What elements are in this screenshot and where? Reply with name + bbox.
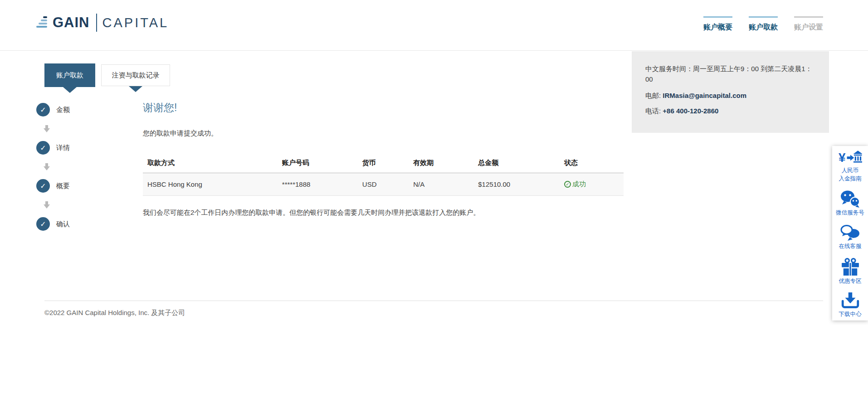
step-complete-check-icon: ✓ bbox=[36, 103, 50, 116]
step-complete-check-icon: ✓ bbox=[36, 217, 50, 231]
step-complete-check-icon: ✓ bbox=[36, 179, 50, 193]
success-message: 您的取款申请提交成功。 bbox=[143, 129, 624, 138]
tab-account-withdrawal[interactable]: 账户取款 bbox=[44, 63, 95, 87]
cell-expiry: N/A bbox=[409, 180, 473, 188]
col-header-expiry: 有效期 bbox=[409, 159, 473, 167]
step-arrow-down-icon bbox=[40, 125, 54, 132]
email-label: 电邮: bbox=[645, 92, 661, 99]
rmb-deposit-guide-icon: ¥ bbox=[839, 150, 862, 166]
quick-link-wechat-service[interactable]: 微信服务号 bbox=[836, 190, 864, 216]
cell-status: ✓ 成功 bbox=[560, 180, 624, 189]
service-info-box: 中文服务时间：周一至周五上午9：00 到第二天凌晨1：00 电邮: IRMasi… bbox=[632, 51, 829, 133]
quick-links-panel: ¥ 人民币 入金指南 bbox=[832, 146, 868, 320]
table-header-row: 取款方式 账户号码 货币 有效期 总金额 状态 bbox=[143, 153, 624, 173]
nav-account-withdrawal[interactable]: 账户取款 bbox=[749, 16, 778, 32]
service-hours-text: 中文服务时间：周一至周五上午9：00 到第二天凌晨1：00 bbox=[645, 63, 815, 85]
success-check-icon: ✓ bbox=[564, 181, 571, 188]
processing-note: 我们会尽可能在2个工作日内办理您的取款申请。但您的银行可能会需要几天时间办理并把… bbox=[143, 209, 624, 217]
withdrawal-table: 取款方式 账户号码 货币 有效期 总金额 状态 HSBC Hong Kong *… bbox=[143, 153, 624, 196]
col-header-method: 取款方式 bbox=[143, 159, 278, 167]
footer-divider bbox=[44, 301, 823, 301]
page: GAIN CAPITAL 账户概要 账户取款 账户设置 账户取款 注资与取款记录… bbox=[0, 0, 868, 398]
promotions-icon bbox=[841, 257, 860, 277]
table-row: HSBC Hong Kong *****1888 USD N/A $12510.… bbox=[143, 173, 624, 196]
cell-currency: USD bbox=[358, 180, 409, 188]
col-header-account: 账户号码 bbox=[278, 159, 358, 167]
email-link[interactable]: IRMasia@gaincapital.com bbox=[663, 92, 746, 99]
quick-link-promotions[interactable]: 优惠专区 bbox=[839, 257, 862, 285]
top-nav: 账户概要 账户取款 账户设置 bbox=[703, 16, 823, 32]
download-center-icon bbox=[841, 292, 860, 310]
logo-text-gain: GAIN bbox=[53, 15, 90, 31]
phone-number: +86 400-120-2860 bbox=[663, 107, 718, 115]
col-header-status: 状态 bbox=[560, 159, 624, 167]
cell-method: HSBC Hong Kong bbox=[143, 180, 278, 188]
tab-funding-withdrawal-history[interactable]: 注资与取款记录 bbox=[101, 64, 170, 86]
service-phone-line: 电话: +86 400-120-2860 bbox=[645, 107, 815, 116]
step-arrow-down-icon bbox=[40, 163, 54, 170]
svg-text:¥: ¥ bbox=[839, 150, 846, 165]
footer-copyright: ©2022 GAIN Capital Holdings, Inc. 及其子公司 bbox=[44, 309, 185, 317]
quick-link-online-support[interactable]: 在线客服 bbox=[839, 224, 862, 250]
step-amount: ✓ 金额 bbox=[36, 103, 109, 116]
quick-link-rmb-deposit-guide[interactable]: ¥ 人民币 入金指南 bbox=[839, 150, 862, 183]
wechat-service-icon bbox=[840, 190, 861, 208]
step-arrow-down-icon bbox=[40, 201, 54, 209]
step-summary: ✓ 概要 bbox=[36, 179, 109, 193]
logo-text-capital: CAPITAL bbox=[102, 15, 169, 30]
phone-label: 电话: bbox=[645, 107, 661, 115]
gain-capital-logo[interactable]: GAIN CAPITAL bbox=[36, 14, 169, 32]
nav-account-overview[interactable]: 账户概要 bbox=[703, 16, 732, 32]
step-confirm: ✓ 确认 bbox=[36, 217, 109, 231]
service-email-line: 电邮: IRMasia@gaincapital.com bbox=[645, 92, 815, 100]
quick-link-download-center[interactable]: 下载中心 bbox=[839, 292, 862, 318]
cell-amount: $12510.00 bbox=[473, 180, 560, 188]
page-title: 谢谢您! bbox=[143, 101, 624, 115]
col-header-currency: 货币 bbox=[358, 159, 409, 167]
header: GAIN CAPITAL 账户概要 账户取款 账户设置 bbox=[0, 0, 868, 51]
main-content: 谢谢您! 您的取款申请提交成功。 取款方式 账户号码 货币 有效期 总金额 状态… bbox=[143, 101, 624, 217]
step-complete-check-icon: ✓ bbox=[36, 141, 50, 155]
cell-account: *****1888 bbox=[278, 180, 358, 188]
logo-separator bbox=[96, 14, 97, 32]
status-text: 成功 bbox=[572, 180, 586, 189]
online-support-icon bbox=[840, 224, 861, 242]
withdrawal-tabs: 账户取款 注资与取款记录 bbox=[44, 63, 170, 87]
logo-bars-icon bbox=[36, 15, 49, 30]
wizard-steps: ✓ 金额 ✓ 详情 ✓ 概要 ✓ 确认 bbox=[36, 103, 109, 231]
step-details: ✓ 详情 bbox=[36, 141, 109, 155]
nav-account-settings[interactable]: 账户设置 bbox=[794, 16, 823, 32]
col-header-amount: 总金额 bbox=[473, 159, 560, 167]
